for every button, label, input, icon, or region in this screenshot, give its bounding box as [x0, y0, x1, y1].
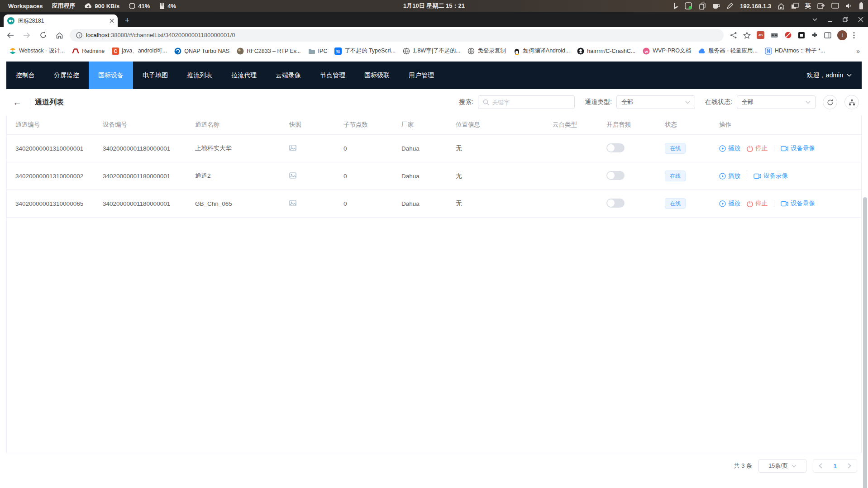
- cell-manufacturer: Dahua: [401, 173, 456, 180]
- side-panel-icon[interactable]: [824, 32, 831, 38]
- nav-item-node-manage[interactable]: 节点管理: [310, 62, 355, 89]
- color-picker-tray-icon[interactable]: [726, 2, 734, 9]
- play-button[interactable]: 播放: [719, 199, 740, 208]
- tab-close-icon[interactable]: [110, 19, 114, 23]
- bookmark-item[interactable]: Redmine: [68, 46, 108, 57]
- bookmark-item[interactable]: 知 了不起的 TypeScri...: [331, 45, 399, 57]
- caffeine-tray-icon[interactable]: [712, 3, 720, 9]
- search-input[interactable]: [492, 99, 572, 106]
- site-info-icon[interactable]: [76, 32, 82, 38]
- next-page-button[interactable]: [842, 460, 857, 472]
- audio-toggle[interactable]: [606, 199, 625, 208]
- snapshot-thumbnail-icon[interactable]: [289, 145, 296, 151]
- forward-button[interactable]: [21, 29, 33, 41]
- tree-view-button[interactable]: [844, 95, 859, 109]
- nav-item-e-map[interactable]: 电子地图: [133, 62, 177, 89]
- channel-type-select[interactable]: 全部: [616, 95, 695, 109]
- scrollbar-thumb[interactable]: [863, 197, 867, 488]
- chevron-down-icon: [792, 464, 796, 468]
- extensions-icon[interactable]: [811, 32, 818, 39]
- extension-adblock-icon[interactable]: [784, 31, 792, 39]
- nav-item-gb-cascade[interactable]: 国标级联: [355, 62, 399, 89]
- user-menu[interactable]: 欢迎，admin: [807, 62, 862, 89]
- new-tab-button[interactable]: +: [121, 14, 133, 26]
- address-bar[interactable]: localhost:38080/#/channelList/3402000000…: [70, 29, 724, 42]
- browser-tab-strip: 国标28181 +: [0, 12, 868, 27]
- snapshot-thumbnail-icon[interactable]: [289, 200, 296, 206]
- bookmark-item[interactable]: 免登录复制: [464, 45, 510, 57]
- extension-goggles-icon[interactable]: [770, 33, 778, 38]
- input-method-indicator[interactable]: 英: [805, 2, 811, 10]
- bookmarks-overflow-chevron[interactable]: »: [854, 47, 863, 55]
- audio-toggle[interactable]: [606, 171, 625, 180]
- nav-item-gb-device[interactable]: 国标设备: [89, 62, 133, 89]
- clipboard-tray-icon[interactable]: [699, 2, 706, 9]
- online-status-select[interactable]: 全部: [737, 95, 816, 109]
- ip-address[interactable]: 192.168.1.3: [740, 3, 771, 9]
- browser-home-button[interactable]: [53, 29, 65, 41]
- bookmark-label: Redmine: [82, 48, 105, 54]
- stop-button[interactable]: 停止: [747, 199, 768, 208]
- bookmark-item[interactable]: hairrrrr/C-CrashC...: [573, 46, 639, 57]
- nav-item-cloud-record[interactable]: 云端录像: [266, 62, 310, 89]
- home-tray-icon[interactable]: [777, 3, 785, 9]
- back-to-device-button[interactable]: ←: [9, 97, 25, 108]
- bing-tray-icon[interactable]: [673, 2, 678, 9]
- nav-item-push-list[interactable]: 推流列表: [177, 62, 222, 89]
- bookmark-item[interactable]: IPC: [305, 46, 331, 57]
- reload-button[interactable]: [37, 29, 49, 41]
- page-size-select[interactable]: 15条/页: [758, 459, 806, 473]
- back-button[interactable]: [5, 29, 16, 41]
- refresh-button[interactable]: [823, 95, 837, 109]
- device-record-button[interactable]: 设备录像: [754, 172, 788, 180]
- bookmark-item[interactable]: W WVP-PRO文档: [639, 45, 695, 57]
- cell-snapshot: [289, 200, 343, 208]
- bookmark-star-icon[interactable]: [743, 32, 751, 39]
- bookmark-item[interactable]: QNAP Turbo NAS: [171, 46, 233, 57]
- cell-channel-name: 通道2: [195, 172, 289, 180]
- app-indicator-icon[interactable]: [685, 2, 692, 10]
- window-minimize-icon[interactable]: [827, 17, 833, 22]
- workspace-indicator-icon[interactable]: [791, 3, 799, 9]
- folder-favicon-icon: [308, 47, 315, 55]
- tab-search-chevron-icon[interactable]: [812, 18, 817, 21]
- bookmark-label: 1.8W字|了不起的...: [413, 47, 460, 55]
- extension-screenshot-icon[interactable]: [798, 32, 805, 39]
- play-button[interactable]: 播放: [719, 172, 740, 180]
- share-icon[interactable]: [730, 32, 737, 39]
- zhihu-favicon-icon: 知: [334, 47, 342, 55]
- bookmark-item[interactable]: C java、android可...: [108, 45, 171, 57]
- bookmark-item[interactable]: N HDAtmos :: 种子 *...: [761, 45, 829, 57]
- browser-tab[interactable]: 国标28181: [4, 14, 118, 27]
- device-record-button[interactable]: 设备录像: [781, 144, 815, 152]
- snapshot-thumbnail-icon[interactable]: [289, 172, 296, 179]
- workspaces-button[interactable]: Workspaces: [5, 0, 46, 12]
- nav-item-console[interactable]: 控制台: [6, 62, 44, 89]
- audio-toggle[interactable]: [606, 143, 625, 152]
- applications-menu[interactable]: 应用程序: [48, 0, 79, 12]
- bookmark-item[interactable]: 服务器 - 轻量应用...: [695, 45, 761, 57]
- play-button[interactable]: 播放: [719, 144, 740, 152]
- nav-item-pull-proxy[interactable]: 拉流代理: [222, 62, 266, 89]
- window-switch-icon[interactable]: [817, 3, 825, 9]
- cell-manufacturer: Dahua: [401, 145, 456, 152]
- device-record-button[interactable]: 设备录像: [781, 199, 815, 208]
- window-restore-icon[interactable]: [843, 17, 848, 22]
- extension-js-icon[interactable]: JS: [757, 31, 764, 39]
- bookmark-label: RFC2833 – RTP Ev...: [247, 48, 301, 54]
- bookmark-item[interactable]: 1.8W字|了不起的...: [399, 45, 464, 57]
- bookmark-item[interactable]: 如何编译Android...: [510, 45, 574, 57]
- nav-item-split-screen[interactable]: 分屏监控: [44, 62, 89, 89]
- bookmark-item[interactable]: RFC2833 – RTP Ev...: [233, 46, 305, 57]
- nav-item-user-manage[interactable]: 用户管理: [399, 62, 444, 89]
- window-close-icon[interactable]: [858, 17, 863, 22]
- profile-avatar[interactable]: l: [837, 30, 847, 40]
- stop-button[interactable]: 停止: [747, 144, 768, 152]
- battery-icon: [859, 2, 863, 9]
- volume-icon[interactable]: [845, 3, 853, 9]
- browser-menu-icon[interactable]: [853, 32, 855, 39]
- display-icon[interactable]: [831, 3, 839, 9]
- cell-channel-name: 上地科实大华: [195, 144, 289, 152]
- prev-page-button[interactable]: [813, 460, 828, 472]
- bookmark-item[interactable]: Webstack - 设计...: [5, 45, 68, 57]
